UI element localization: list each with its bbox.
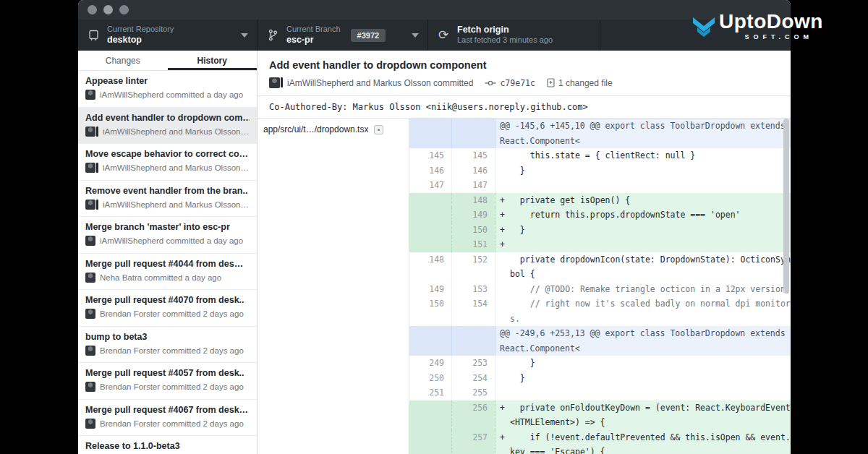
- commit-sha[interactable]: c79e71c: [500, 78, 535, 88]
- diff-old-line-number: 251: [409, 385, 452, 401]
- list-item[interactable]: Add event handler to dropdown com…iAmWil…: [78, 108, 257, 145]
- fetch-label: Fetch origin: [457, 25, 553, 36]
- diff-marker: +: [500, 207, 510, 223]
- diff-row: 149153 // @TODO: Remake triangle octicon…: [409, 282, 791, 297]
- commit-list-title: Remove event handler from the bran..: [85, 186, 250, 196]
- diff-scrollbar[interactable]: [783, 119, 789, 294]
- diff-old-line-number: 150: [409, 296, 452, 326]
- diff-marker: +: [500, 401, 510, 430]
- diff-old-line-number: 147: [409, 178, 452, 193]
- commit-list-meta: Brendan Forster committed 2 days ago: [100, 346, 244, 355]
- diff-new-line-number: [452, 119, 495, 148]
- list-item[interactable]: Merge branch 'master' into esc-priAmWill…: [78, 217, 257, 254]
- commit-list-meta-row: iAmWillShepherd committed a day ago: [85, 90, 250, 100]
- diff-new-line-number: 256: [452, 401, 495, 430]
- commit-list-meta-row: Brendan Forster committed 2 days ago: [85, 309, 250, 319]
- list-item[interactable]: bump to beta3Brendan Forster committed 2…: [78, 327, 257, 364]
- app-toolbar: Current Repository desktop Current Branc…: [78, 20, 791, 51]
- commit-list-meta-row: iAmWillShepherd and Markus Olsson…: [85, 127, 250, 137]
- list-item[interactable]: Merge pull request #4070 from desk..Bren…: [78, 290, 257, 327]
- coauthor-line: Co-Authored-By: Markus Olsson <niik@user…: [258, 96, 791, 119]
- branch-icon: [266, 29, 279, 42]
- commit-title: Add event handler to dropdown component: [269, 59, 779, 71]
- diff-row: 149+ return this.props.dropdownState ===…: [409, 207, 791, 223]
- list-item[interactable]: Appease linteriAmWillShepherd committed …: [78, 71, 257, 108]
- fetch-status: Last fetched 3 minutes ago: [457, 35, 553, 46]
- diff-new-line-number: 148: [452, 193, 495, 208]
- diff-marker: [500, 163, 510, 179]
- diff-marker: [500, 178, 510, 193]
- diff-row: 150+ }: [409, 223, 791, 238]
- diff-area: app/src/ui/t…/dropdown.tsx @@ -145,6 +14…: [258, 119, 791, 454]
- diff-code: [495, 385, 791, 401]
- diff-code: }: [495, 371, 791, 386]
- list-item[interactable]: Merge pull request #4057 from desk..Bren…: [78, 363, 257, 400]
- tab-changes[interactable]: Changes: [78, 51, 168, 70]
- avatar: [85, 419, 95, 429]
- diff-marker: [500, 371, 510, 386]
- diff-row: 250254 }: [409, 371, 791, 386]
- tab-history[interactable]: History: [168, 51, 258, 70]
- diff-new-line-number: 145: [452, 148, 495, 163]
- diff-old-line-number: [409, 326, 452, 356]
- diff-code-text: }: [510, 356, 791, 371]
- commit-meta-row: iAmWillShepherd and Markus Olsson commit…: [269, 77, 779, 88]
- list-item[interactable]: Merge pull request #4067 from desk…Brend…: [78, 400, 257, 437]
- hunk-header-text: @@ -249,6 +253,13 @@ export class Toolba…: [500, 326, 791, 356]
- avatar: [85, 200, 95, 210]
- pull-request-badge[interactable]: #3972: [351, 29, 386, 42]
- commit-list-title: Release to 1.1.0-beta3: [85, 441, 250, 451]
- commit-list-meta: iAmWillShepherd and Markus Olsson…: [103, 127, 249, 136]
- commit-list-title: bump to beta3: [85, 332, 250, 342]
- diff-row: 147147: [409, 178, 791, 193]
- diff-code: }: [495, 356, 791, 371]
- minimize-window-button[interactable]: [103, 5, 113, 14]
- close-window-button[interactable]: [88, 5, 97, 14]
- branch-label: Current Branch: [286, 25, 341, 35]
- diff-code-text: [510, 237, 791, 252]
- logo-subtitle: SOFT.COM: [744, 33, 823, 40]
- diff-code-text: private dropdownIcon(state: DropdownStat…: [510, 252, 791, 282]
- diff-row: 146146 }: [409, 163, 791, 179]
- file-icon: [547, 78, 555, 87]
- fetch-origin-button[interactable]: ⟳ Fetch origin Last fetched 3 minutes ag…: [428, 20, 600, 51]
- commit-list-meta-row: iAmWillShepherd and Markus Olsson…: [85, 163, 250, 173]
- logo-wordmark: UptoDown: [719, 12, 823, 32]
- branch-name: esc-pr: [286, 35, 341, 46]
- diff-code: + return this.props.dropdownState === 'o…: [495, 207, 791, 223]
- list-item[interactable]: Release to 1.1.0-beta3: [78, 436, 257, 454]
- commit-list-title: Merge pull request #4057 from desk..: [85, 368, 250, 378]
- diff-new-line-number: 146: [452, 163, 495, 179]
- commit-list-meta-row: Neha Batra committed a day ago: [85, 273, 250, 283]
- commit-icon: [485, 80, 496, 87]
- list-item[interactable]: Merge pull request #4044 from des…Neha B…: [78, 254, 257, 291]
- diff-new-line-number: 255: [452, 385, 495, 401]
- commit-list-title: Merge pull request #4070 from desk..: [85, 295, 250, 305]
- list-item[interactable]: Move escape behavior to correct co…iAmWi…: [78, 144, 257, 181]
- diff-code: // @TODO: Remake triangle octicon in a 1…: [495, 282, 791, 297]
- diff-old-line-number: [409, 223, 452, 238]
- commit-list-meta: Brendan Forster committed 2 days ago: [100, 382, 244, 391]
- list-item[interactable]: Remove event handler from the bran..iAmW…: [78, 181, 257, 218]
- diff-code: +: [495, 237, 791, 252]
- diff-old-line-number: 146: [409, 163, 452, 179]
- commit-header: Add event handler to dropdown component …: [258, 51, 791, 96]
- diff-old-line-number: [409, 207, 452, 223]
- main-panel: Add event handler to dropdown component …: [258, 51, 791, 454]
- repository-icon: [87, 29, 100, 42]
- diff-new-line-number: 150: [452, 223, 495, 238]
- zoom-window-button[interactable]: [119, 5, 129, 14]
- screenshot-stage: Current Repository desktop Current Branc…: [0, 0, 868, 454]
- hunk-header-text: @@ -145,6 +145,10 @@ export class Toolba…: [500, 119, 791, 148]
- repository-dropdown[interactable]: Current Repository desktop: [78, 20, 258, 51]
- avatar: [85, 90, 95, 100]
- diff-old-line-number: [409, 430, 452, 454]
- branch-dropdown[interactable]: Current Branch esc-pr #3972: [258, 20, 428, 51]
- commit-list-meta: Brendan Forster committed 2 days ago: [100, 309, 244, 318]
- diff-code: }: [495, 163, 791, 179]
- file-list-item[interactable]: app/src/ui/t…/dropdown.tsx: [258, 119, 409, 140]
- diff-code: + private onFoldoutKeyDown = (event: Rea…: [495, 401, 791, 430]
- diff-new-line-number: 152: [452, 252, 495, 282]
- commit-list-meta-row: iAmWillShepherd and Markus Olsson…: [85, 200, 250, 210]
- avatar: [85, 382, 95, 392]
